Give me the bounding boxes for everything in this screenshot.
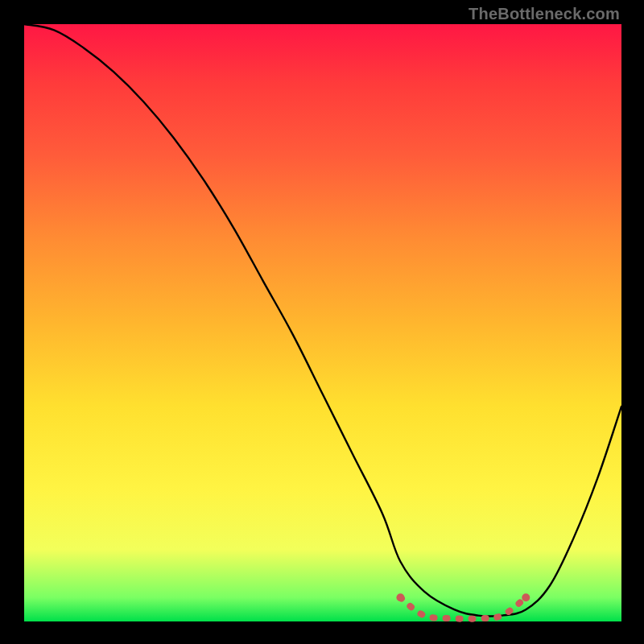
- plot-area: [24, 24, 621, 621]
- optimal-end-dot-left: [396, 593, 404, 601]
- chart-svg: [24, 24, 621, 621]
- bottleneck-curve: [24, 24, 621, 617]
- optimal-end-dot-right: [522, 593, 530, 601]
- chart-frame: TheBottleneck.com: [0, 0, 644, 644]
- watermark-text: TheBottleneck.com: [469, 5, 620, 23]
